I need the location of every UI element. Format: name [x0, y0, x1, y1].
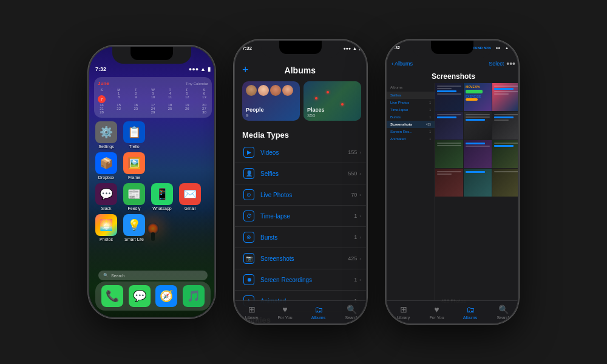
app-photos[interactable]: 🌅 Photos [94, 214, 118, 241]
status-icons-2: ●●● ▲ ▮ [343, 46, 361, 51]
tab-library[interactable]: ⊞ Library [235, 305, 268, 320]
photo-thumb-9[interactable] [492, 140, 519, 168]
select-button[interactable]: Select [489, 61, 504, 67]
tab-library-p3[interactable]: ⊞ Library [387, 305, 420, 320]
side-item-screenshots-active[interactable]: Screenshots 425 [387, 121, 435, 128]
selfies-count: 550 [348, 170, 357, 177]
time-display: 7:32 [95, 66, 106, 72]
places-card[interactable]: Places 350 [304, 81, 361, 121]
side-item-live-photos[interactable]: Live Photos 1 [387, 99, 435, 106]
albums-tab-label: Albums [311, 315, 325, 320]
timelapse-icon: ⏱ [243, 211, 254, 221]
face-group [246, 85, 293, 96]
photo-thumb-11[interactable] [464, 169, 492, 197]
dock-spotify[interactable]: 🎵 [183, 285, 205, 307]
side-item-selfies[interactable]: Selfies [387, 92, 435, 99]
media-types-list: ▶ Videos 155 › 👤 Selfies 550 › ⊙ Live Ph… [235, 142, 367, 325]
people-card[interactable]: People 9 [242, 81, 300, 121]
app-smart-life[interactable]: 💡 Smart Life [122, 214, 146, 241]
side-item-bursts[interactable]: Bursts 1 [387, 113, 435, 121]
app-whatsapp[interactable]: 📱 Whatsapp [150, 183, 174, 211]
album-item-selfies[interactable]: 👤 Selfies 550 › [235, 163, 367, 184]
album-item-videos[interactable]: ▶ Videos 155 › [235, 142, 367, 163]
live-photos-chevron: › [359, 192, 361, 198]
app-frame[interactable]: 🖼️ Frame [122, 152, 146, 180]
album-item-timelapse[interactable]: ⏱ Time-lapse 1 › [235, 206, 367, 227]
timelapse-chevron: › [359, 214, 361, 219]
for-you-label-p3: For You [429, 315, 444, 320]
dock-safari[interactable]: 🧭 [155, 285, 177, 307]
app-trello[interactable]: 📋 Trello [122, 121, 146, 149]
tab-bar-phone3: ⊞ Library ♥ For You 🗂 Albums 🔍 Search [387, 300, 519, 325]
screen-recordings-chevron: › [359, 277, 361, 283]
timelapse-count: 1 [354, 213, 357, 219]
tab-search-p3[interactable]: 🔍 Search [487, 305, 519, 320]
back-button[interactable]: ‹ Albums [392, 61, 413, 67]
tab-albums-active[interactable]: 🗂 Albums [302, 305, 335, 320]
search-placeholder: Search [111, 274, 124, 278]
tab-for-you[interactable]: ♥ For You [268, 305, 302, 320]
search-icon-p3: 🔍 [498, 305, 509, 314]
tab-for-you-p3[interactable]: ♥ For You [420, 305, 453, 320]
tab-albums-p3[interactable]: 🗂 Albums [453, 305, 487, 320]
map-dot-1 [327, 91, 329, 93]
timelapse-label: Time-lapse [260, 213, 354, 220]
app-feedly[interactable]: 📰 Feedly [122, 183, 146, 211]
photo-thumb-7[interactable] [435, 140, 463, 168]
phone-albums: 7:32 ●●● ▲ ▮ + Albums [234, 39, 367, 325]
photo-thumb-2[interactable]: MOVE 9%EXERCISE [464, 83, 492, 111]
search-icon: 🔍 [103, 273, 109, 278]
screen-recordings-count: 1 [354, 277, 357, 283]
face-2 [258, 85, 269, 96]
photo-thumb-6[interactable] [492, 112, 519, 140]
photo-thumb-12[interactable] [492, 169, 519, 197]
map-dot-2 [341, 103, 344, 106]
app-gmail[interactable]: ✉️ Gmail [178, 183, 202, 211]
app-row-1: ⚙️ Settings 📋 Trello [94, 121, 212, 149]
selfies-icon: 👤 [243, 168, 254, 179]
live-photos-icon: ⊙ [243, 189, 254, 200]
dock-messages[interactable]: 💬 [129, 285, 151, 307]
live-photos-label: Live Photos [260, 192, 351, 198]
photo-thumb-3[interactable] [492, 83, 519, 111]
time-phone3: 7:32 [392, 46, 400, 50]
photo-thumb-8[interactable] [464, 140, 492, 168]
signal-icon: ●●● [189, 66, 198, 72]
search-bar-home[interactable]: 🔍 Search [98, 271, 208, 280]
bursts-label: Bursts [260, 234, 354, 241]
photo-thumb-1[interactable] [435, 83, 463, 111]
app-row-3: 💬 Slack 📰 Feedly 📱 Whatsapp ✉️ Gmail [94, 183, 212, 211]
cal-week-2: 78910111213 [98, 95, 208, 103]
add-album-button[interactable]: + [242, 64, 249, 76]
album-item-screen-recordings[interactable]: ⏺ Screen Recordings 1 › [235, 269, 367, 291]
signal-icon-2: ●●● [343, 46, 351, 50]
videos-chevron: › [359, 150, 361, 155]
album-item-bursts[interactable]: ⊗ Bursts 1 › [235, 227, 367, 248]
album-item-screenshots[interactable]: 📷 Screenshots 425 › [235, 248, 367, 269]
battery-icon: ▮ [208, 66, 211, 72]
app-dropbox[interactable]: 📦 Dropbox [94, 152, 118, 180]
screenshots-title: Screenshots [387, 72, 519, 81]
album-item-live-photos[interactable]: ⊙ Live Photos 70 › [235, 184, 367, 206]
photo-thumb-4[interactable] [435, 112, 463, 140]
phone-home: 7:32 ●●● ▲ ▮ June Tiny Calendar SMTWTFS [88, 46, 215, 318]
people-places-section: People 9 Places 350 [235, 81, 367, 121]
videos-count: 155 [348, 149, 357, 155]
app-settings[interactable]: ⚙️ Settings [94, 121, 118, 149]
search-tab-icon: 🔍 [347, 305, 357, 314]
photo-grid-container: MOVE 9%EXERCISE [435, 83, 519, 302]
photo-thumb-5[interactable] [464, 112, 492, 140]
tab-bar-phone2: ⊞ Library ♥ For You 🗂 Albums 🔍 Search [235, 300, 367, 325]
calendar-widget[interactable]: June Tiny Calendar SMTWTFS 123456 789101… [94, 77, 212, 118]
dock-phone[interactable]: 📞 [101, 285, 123, 307]
tab-search[interactable]: 🔍 Search [335, 305, 367, 320]
side-item-timelapse[interactable]: Time-lapse 1 [387, 106, 435, 113]
photo-thumb-10[interactable] [435, 169, 463, 197]
bursts-icon: ⊗ [243, 232, 254, 243]
app-slack[interactable]: 💬 Slack [94, 183, 118, 211]
library-icon: ⊞ [248, 305, 256, 314]
library-icon-p3: ⊞ [400, 305, 407, 314]
side-item-animated[interactable]: Animated 1 [387, 135, 435, 143]
side-item-screen-rec[interactable]: Screen Rec... 1 [387, 128, 435, 135]
more-button[interactable]: ••• [506, 59, 515, 69]
